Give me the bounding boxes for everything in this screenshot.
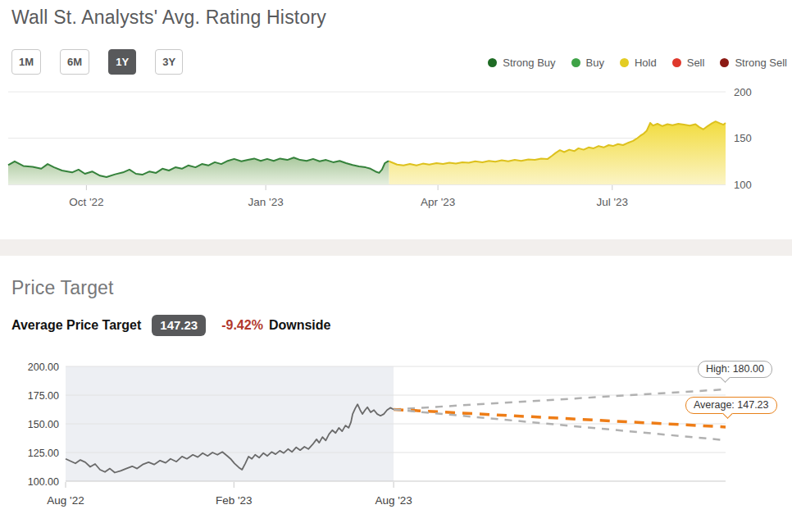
average-price-target-row: Average Price Target 147.23 -9.42% Downs… [11, 314, 330, 337]
legend-item-strong-sell[interactable]: Strong Sell [720, 57, 787, 69]
y-axis-label: 100 [734, 179, 752, 191]
range-button-6m[interactable]: 6M [60, 49, 89, 75]
legend-item-hold[interactable]: Hold [620, 57, 657, 69]
x-axis-label: Feb '23 [216, 494, 253, 507]
strong-sell-dot-icon [720, 58, 729, 67]
range-button-3y[interactable]: 3Y [155, 49, 183, 75]
x-axis-label: Aug '23 [375, 494, 412, 507]
y-axis-label: 200.00 [28, 361, 59, 373]
strong-buy-dot-icon [488, 58, 497, 67]
area-hold [389, 121, 726, 184]
x-axis-label: Oct '22 [69, 196, 103, 208]
downside-direction-label: Downside [269, 318, 331, 333]
legend-label: Strong Buy [503, 57, 555, 69]
range-button-1m[interactable]: 1M [11, 49, 41, 75]
average-price-target-label: Average Price Target [11, 318, 141, 333]
legend-label: Hold [635, 57, 657, 69]
time-range-buttons: 1M 6M 1Y 3Y [11, 49, 183, 75]
legend-item-strong-buy[interactable]: Strong Buy [488, 57, 555, 69]
sell-dot-icon [672, 58, 681, 67]
price-target-chart[interactable]: 100.00125.00150.00175.00200.00Aug '22Feb… [0, 352, 792, 532]
average-target-tooltip: Average: 147.23 [685, 397, 777, 414]
x-axis-label: Apr '23 [421, 196, 455, 208]
x-axis-label: Aug '22 [47, 494, 84, 507]
y-axis-label: 150.00 [28, 419, 59, 430]
legend-label: Buy [586, 57, 604, 69]
high-target-tooltip-label: High: 180.00 [706, 363, 764, 375]
legend-item-buy[interactable]: Buy [571, 57, 604, 69]
high-target-tooltip: High: 180.00 [698, 361, 772, 378]
projection-line-average [394, 410, 726, 427]
legend-label: Sell [687, 57, 705, 69]
legend-label: Strong Sell [735, 57, 787, 69]
average-target-tooltip-label: Average: 147.23 [694, 399, 769, 411]
buy-dot-icon [571, 58, 580, 67]
y-axis-label: 150 [734, 132, 752, 144]
range-button-1y[interactable]: 1Y [108, 49, 136, 75]
y-axis-label: 175.00 [28, 390, 59, 402]
y-axis-label: 200 [734, 86, 752, 98]
rating-history-chart[interactable]: 100150200Oct '22Jan '23Apr '23Jul '23 [0, 82, 792, 217]
hold-dot-icon [620, 58, 629, 67]
x-axis-label: Jul '23 [596, 196, 628, 208]
legend-item-sell[interactable]: Sell [672, 57, 705, 69]
x-axis-label: Jan '23 [248, 196, 284, 208]
rating-history-title: Wall St. Analysts' Avg. Rating History [11, 7, 326, 29]
price-target-title: Price Target [11, 277, 114, 299]
rating-legend: Strong Buy Buy Hold Sell Strong Sell [488, 54, 787, 70]
average-price-target-badge: 147.23 [152, 315, 206, 336]
analyst-rating-page: Wall St. Analysts' Avg. Rating History 1… [0, 0, 792, 532]
y-axis-label: 125.00 [28, 448, 59, 459]
y-axis-label: 100.00 [28, 476, 59, 488]
projection-line-high [394, 389, 726, 410]
section-divider [0, 239, 792, 256]
downside-percentage: -9.42% [221, 318, 263, 333]
